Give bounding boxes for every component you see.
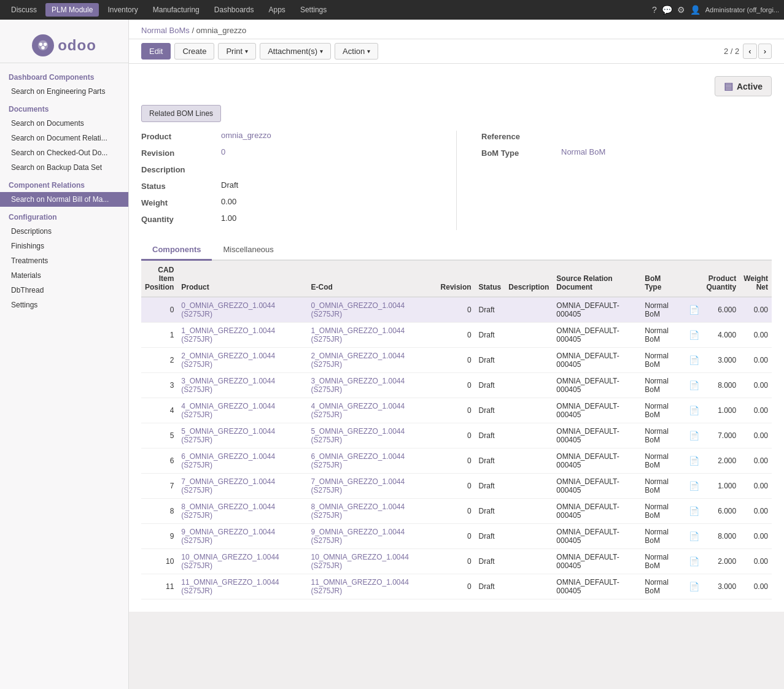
form-divider <box>456 131 457 230</box>
cell-ecod[interactable]: 1_OMNIA_GREZZO_1.0044 (S275JR) <box>307 323 437 348</box>
related-bom-button[interactable]: Related BOM Lines <box>141 105 221 122</box>
cell-ecod[interactable]: 4_OMNIA_GREZZO_1.0044 (S275JR) <box>307 398 437 423</box>
sidebar-item-settings[interactable]: Settings <box>0 298 128 312</box>
cell-doc-icon[interactable]: 📄 <box>685 398 703 423</box>
cell-doc-icon[interactable]: 📄 <box>685 574 703 599</box>
table-row[interactable]: 7 7_OMNIA_GREZZO_1.0044 (S275JR) 7_OMNIA… <box>141 474 772 499</box>
cell-bom-type: Normal BoM <box>641 549 685 574</box>
sidebar-item-engineering-parts[interactable]: Search on Engineering Parts <box>0 84 128 99</box>
nav-inventory[interactable]: Inventory <box>101 3 144 17</box>
sidebar-item-materials[interactable]: Materials <box>0 268 128 283</box>
cell-weight: 0.00 <box>740 448 772 474</box>
user-avatar[interactable]: 👤 <box>690 5 701 15</box>
cell-doc-icon[interactable]: 📄 <box>685 348 703 373</box>
cell-doc-icon[interactable]: 📄 <box>685 373 703 398</box>
cell-ecod[interactable]: 5_OMNIA_GREZZO_1.0044 (S275JR) <box>307 423 437 448</box>
cell-ecod[interactable]: 9_OMNIA_GREZZO_1.0044 (S275JR) <box>307 524 437 549</box>
cell-product[interactable]: 2_OMNIA_GREZZO_1.0044 (S275JR) <box>177 348 307 373</box>
sidebar-item-treatments[interactable]: Treatments <box>0 253 128 268</box>
cell-weight: 0.00 <box>740 297 772 323</box>
cell-ecod[interactable]: 2_OMNIA_GREZZO_1.0044 (S275JR) <box>307 348 437 373</box>
cell-product[interactable]: 9_OMNIA_GREZZO_1.0044 (S275JR) <box>177 524 307 549</box>
table-row[interactable]: 11 11_OMNIA_GREZZO_1.0044 (S275JR) 11_OM… <box>141 574 772 599</box>
print-button[interactable]: Print ▾ <box>218 43 256 60</box>
cell-ecod[interactable]: 6_OMNIA_GREZZO_1.0044 (S275JR) <box>307 448 437 474</box>
nav-plm[interactable]: PLM Module <box>45 3 99 17</box>
cell-product[interactable]: 11_OMNIA_GREZZO_1.0044 (S275JR) <box>177 574 307 599</box>
action-button[interactable]: Action ▾ <box>335 43 378 60</box>
cell-revision: 0 <box>437 297 475 323</box>
prev-button[interactable]: ‹ <box>743 44 756 59</box>
cell-position: 3 <box>141 373 177 398</box>
nav-settings[interactable]: Settings <box>294 3 333 17</box>
chat-icon[interactable]: 💬 <box>662 5 672 15</box>
cell-product[interactable]: 7_OMNIA_GREZZO_1.0044 (S275JR) <box>177 474 307 499</box>
table-row[interactable]: 5 5_OMNIA_GREZZO_1.0044 (S275JR) 5_OMNIA… <box>141 423 772 448</box>
nav-manufacturing[interactable]: Manufacturing <box>147 3 206 17</box>
table-row[interactable]: 8 8_OMNIA_GREZZO_1.0044 (S275JR) 8_OMNIA… <box>141 499 772 524</box>
cell-bom-type: Normal BoM <box>641 398 685 423</box>
main-content: Normal BoMs / omnia_grezzo Edit Create P… <box>129 20 784 689</box>
cell-doc-icon[interactable]: 📄 <box>685 524 703 549</box>
cell-product[interactable]: 10_OMNIA_GREZZO_1.0044 (S275JR) <box>177 549 307 574</box>
attachments-button[interactable]: Attachment(s) ▾ <box>260 43 331 60</box>
cell-doc-icon[interactable]: 📄 <box>685 499 703 524</box>
table-row[interactable]: 1 1_OMNIA_GREZZO_1.0044 (S275JR) 1_OMNIA… <box>141 323 772 348</box>
cell-status: Draft <box>475 297 505 323</box>
edit-button[interactable]: Edit <box>141 43 171 60</box>
sidebar-item-search-documents[interactable]: Search on Documents <box>0 116 128 131</box>
table-row[interactable]: 4 4_OMNIA_GREZZO_1.0044 (S275JR) 4_OMNIA… <box>141 398 772 423</box>
nav-discuss[interactable]: Discuss <box>5 3 43 17</box>
cell-doc-icon[interactable]: 📄 <box>685 474 703 499</box>
cell-ecod[interactable]: 7_OMNIA_GREZZO_1.0044 (S275JR) <box>307 474 437 499</box>
cell-ecod[interactable]: 10_OMNIA_GREZZO_1.0044 (S275JR) <box>307 549 437 574</box>
cell-product[interactable]: 6_OMNIA_GREZZO_1.0044 (S275JR) <box>177 448 307 474</box>
cell-product[interactable]: 1_OMNIA_GREZZO_1.0044 (S275JR) <box>177 323 307 348</box>
cell-product[interactable]: 3_OMNIA_GREZZO_1.0044 (S275JR) <box>177 373 307 398</box>
cell-doc-icon[interactable]: 📄 <box>685 323 703 348</box>
next-button[interactable]: › <box>758 44 772 59</box>
table-row[interactable]: 0 0_OMNIA_GREZZO_1.0044 (S275JR) 0_OMNIA… <box>141 297 772 323</box>
cell-ecod[interactable]: 11_OMNIA_GREZZO_1.0044 (S275JR) <box>307 574 437 599</box>
table-row[interactable]: 10 10_OMNIA_GREZZO_1.0044 (S275JR) 10_OM… <box>141 549 772 574</box>
tab-components[interactable]: Components <box>141 240 212 261</box>
nav-dashboards[interactable]: Dashboards <box>208 3 260 17</box>
cell-product[interactable]: 4_OMNIA_GREZZO_1.0044 (S275JR) <box>177 398 307 423</box>
cell-source: OMNIA_DEFAULT-000405 <box>553 348 641 373</box>
reference-field: Reference <box>481 131 772 141</box>
nav-apps[interactable]: Apps <box>263 3 292 17</box>
table-row[interactable]: 2 2_OMNIA_GREZZO_1.0044 (S275JR) 2_OMNIA… <box>141 348 772 373</box>
odoo-logo[interactable]: odoo <box>32 34 96 56</box>
cell-doc-icon[interactable]: 📄 <box>685 549 703 574</box>
sidebar-item-checked-out[interactable]: Search on Checked-Out Do... <box>0 145 128 160</box>
sidebar-item-normal-bom[interactable]: Search on Normal Bill of Ma... <box>0 192 128 207</box>
tab-miscellaneous[interactable]: Miscellaneous <box>212 240 284 261</box>
sidebar-item-document-relati[interactable]: Search on Document Relati... <box>0 131 128 145</box>
cell-doc-icon[interactable]: 📄 <box>685 423 703 448</box>
sidebar-item-descriptions[interactable]: Descriptions <box>0 224 128 239</box>
help-icon[interactable]: ? <box>652 5 657 15</box>
cell-revision: 0 <box>437 524 475 549</box>
sidebar-item-backup[interactable]: Search on Backup Data Set <box>0 160 128 175</box>
user-name[interactable]: Administrator (off_forgi... <box>705 6 779 13</box>
cell-product[interactable]: 0_OMNIA_GREZZO_1.0044 (S275JR) <box>177 297 307 323</box>
cell-bom-type: Normal BoM <box>641 448 685 474</box>
settings-icon[interactable]: ⚙ <box>677 5 685 15</box>
create-button[interactable]: Create <box>174 43 214 60</box>
cell-ecod[interactable]: 8_OMNIA_GREZZO_1.0044 (S275JR) <box>307 499 437 524</box>
breadcrumb-parent[interactable]: Normal BoMs <box>141 26 190 35</box>
cell-ecod[interactable]: 3_OMNIA_GREZZO_1.0044 (S275JR) <box>307 373 437 398</box>
sidebar-item-dbthread[interactable]: DbThread <box>0 283 128 298</box>
table-row[interactable]: 3 3_OMNIA_GREZZO_1.0044 (S275JR) 3_OMNIA… <box>141 373 772 398</box>
cell-product[interactable]: 8_OMNIA_GREZZO_1.0044 (S275JR) <box>177 499 307 524</box>
cell-product[interactable]: 5_OMNIA_GREZZO_1.0044 (S275JR) <box>177 423 307 448</box>
cell-doc-icon[interactable]: 📄 <box>685 448 703 474</box>
table-row[interactable]: 9 9_OMNIA_GREZZO_1.0044 (S275JR) 9_OMNIA… <box>141 524 772 549</box>
cell-revision: 0 <box>437 398 475 423</box>
cell-position: 9 <box>141 524 177 549</box>
table-row[interactable]: 6 6_OMNIA_GREZZO_1.0044 (S275JR) 6_OMNIA… <box>141 448 772 474</box>
cell-revision: 0 <box>437 474 475 499</box>
cell-doc-icon[interactable]: 📄 <box>685 297 703 323</box>
cell-ecod[interactable]: 0_OMNIA_GREZZO_1.0044 (S275JR) <box>307 297 437 323</box>
sidebar-item-finishings[interactable]: Finishings <box>0 239 128 253</box>
